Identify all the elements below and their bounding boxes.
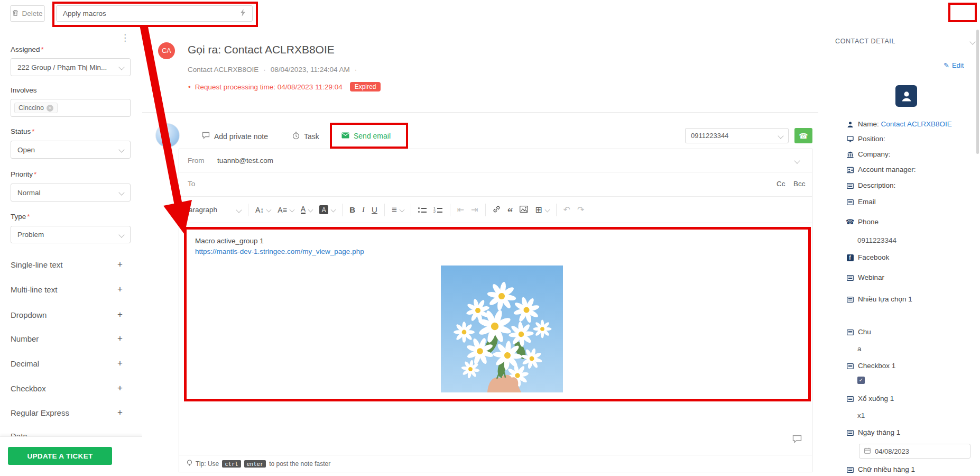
chu-value[interactable]: a [857, 345, 862, 353]
meta-contact-name: Contact ACLRXB8OIE [188, 66, 258, 74]
contact-field-description: Description: [846, 181, 895, 190]
remove-tag-icon[interactable]: × [47, 105, 53, 112]
edit-contact-button[interactable]: ✎ Edit [944, 61, 964, 69]
involves-label: Involves [11, 86, 37, 94]
image-icon [520, 206, 528, 214]
collapse-chevron-icon[interactable] [969, 39, 975, 44]
insert-image-button[interactable] [520, 206, 528, 214]
delete-button[interactable]: Delete [10, 5, 45, 22]
align-button[interactable]: ≡ [392, 205, 404, 215]
date1-input[interactable]: 04/08/2023 [859, 444, 970, 459]
status-select[interactable]: Open [11, 141, 131, 159]
clock-icon [292, 132, 300, 141]
kebab-menu-icon[interactable]: ⋮ [121, 32, 130, 43]
italic-button[interactable]: I [362, 205, 365, 214]
field-label: Description: [858, 181, 895, 190]
font-style-button[interactable]: A≡ [278, 206, 294, 214]
chevron-down-icon [236, 207, 242, 213]
tip-row: Tip: Use ctrl enter to post the note fas… [179, 455, 812, 472]
toolbar-separator [248, 204, 248, 216]
font-color-button[interactable]: A [301, 205, 312, 214]
background-color-button[interactable]: A [319, 205, 335, 214]
contact-field-date1: Ngày tháng 1 [846, 428, 900, 437]
involves-input[interactable]: Cinccino × [11, 99, 131, 117]
field-label: Name: [858, 120, 879, 128]
toolbar-separator [450, 204, 450, 216]
custom-field-label: Decimal [11, 359, 39, 368]
assigned-select[interactable]: 222 Group / Phạm Thị Min... [11, 58, 131, 76]
tab-send-email[interactable]: Send email [341, 132, 391, 140]
insert-table-button[interactable]: ⊞ [535, 205, 549, 215]
bcc-button[interactable]: Bcc [793, 180, 806, 188]
chevron-down-icon[interactable] [794, 158, 800, 163]
tab-task[interactable]: Task [292, 132, 319, 141]
ticket-main-panel: CA Gọi ra: Contact ACLRXB8OIE Contact AC… [142, 28, 819, 476]
scrollbar-thumb[interactable] [976, 30, 979, 154]
numbered-list-button[interactable]: 12 [433, 206, 443, 213]
dropdown1-value[interactable]: x1 [857, 411, 865, 419]
request-processing-text: Request processing time: 04/08/2023 11:2… [195, 83, 343, 91]
email-body-link[interactable]: https://mantis-dev-1.stringee.com/my_vie… [195, 248, 364, 255]
field-label: Xổ xuống 1 [858, 395, 894, 403]
from-value[interactable]: tuannb@test.com [217, 157, 273, 164]
bold-button[interactable]: B [349, 205, 355, 214]
card-icon [846, 328, 854, 336]
paragraph-style-dropdown[interactable]: Paragraph [184, 206, 241, 214]
involves-tag-label: Cinccino [19, 104, 44, 112]
priority-select[interactable]: Normal [11, 184, 131, 202]
contact-field-dropdown1: Xổ xuống 1 [846, 395, 894, 403]
tab-label: Add private note [214, 132, 268, 141]
field-label: Facebook [858, 253, 889, 262]
email-body-text[interactable]: Macro active_group 1 [195, 237, 264, 245]
indent-button[interactable]: ⇥ [471, 205, 478, 215]
custom-field-label: Checkbox [11, 384, 46, 393]
redo-button[interactable]: ↷ [577, 205, 584, 215]
contact-field-checkbox1: Checkbox 1 [846, 362, 895, 370]
assigned-value: 222 Group / Phạm Thị Min... [17, 63, 107, 71]
sidebar-footer: UPDATE A TICKET [0, 436, 142, 476]
add-field-button[interactable]: + [117, 309, 123, 320]
phone-value[interactable]: 0911223344 [857, 236, 896, 244]
ticket-detail-page: Delete Apply macros ⋮ Assigned* 222 Grou… [0, 0, 980, 476]
field-label: Nhiều lựa chọn 1 [858, 295, 912, 304]
tab-add-private-note[interactable]: Add private note [202, 132, 268, 141]
call-button[interactable]: ☎ [794, 128, 812, 143]
underline-button[interactable]: U [372, 205, 377, 214]
comment-icon[interactable] [792, 435, 802, 445]
cc-button[interactable]: Cc [776, 180, 785, 188]
contact-name-link[interactable]: Contact ACLRXB8OIE [881, 120, 952, 128]
update-ticket-button[interactable]: UPDATE A TICKET [8, 447, 112, 465]
font-size-button[interactable]: A↕ [255, 206, 271, 214]
apply-macros-input[interactable]: Apply macros [56, 5, 253, 22]
bulleted-list-button[interactable] [418, 206, 427, 213]
custom-field-single-line: Single-line text + [11, 259, 123, 270]
add-field-button[interactable]: + [117, 383, 123, 393]
tab-label: Send email [354, 132, 391, 140]
expired-badge: Expired [350, 82, 381, 91]
custom-field-label: Dropdown [11, 310, 47, 319]
phone-number-select[interactable]: 0911223344 [685, 128, 789, 143]
field-label: Account manager: [858, 166, 916, 174]
add-field-button[interactable]: + [117, 358, 123, 369]
contact-field-name: Name: Contact ACLRXB8OIE [846, 120, 952, 129]
type-select[interactable]: Problem [11, 226, 131, 243]
add-field-button[interactable]: + [117, 333, 123, 344]
undo-button[interactable]: ↶ [563, 205, 570, 215]
checkbox1-checked[interactable]: ✓ [857, 377, 865, 384]
status-value: Open [17, 146, 35, 154]
add-field-button[interactable]: + [117, 284, 123, 295]
delete-button-label: Delete [22, 10, 42, 17]
block-quote-button[interactable]: “ [507, 209, 513, 215]
facebook-icon: f [846, 254, 854, 261]
custom-field-label: Single-line text [11, 260, 62, 269]
add-field-button[interactable]: + [117, 407, 123, 418]
insert-link-button[interactable] [493, 205, 501, 215]
custom-field-label: Number [11, 334, 39, 343]
custom-field-multi-line: Multi-line text + [11, 284, 123, 295]
outdent-button[interactable]: ⇤ [457, 205, 464, 215]
to-label[interactable]: To [188, 180, 195, 188]
tip-prefix: Tip: Use [196, 460, 219, 468]
bulleted-list-icon [418, 206, 427, 213]
monitor-icon [846, 135, 854, 143]
add-field-button[interactable]: + [117, 259, 123, 270]
